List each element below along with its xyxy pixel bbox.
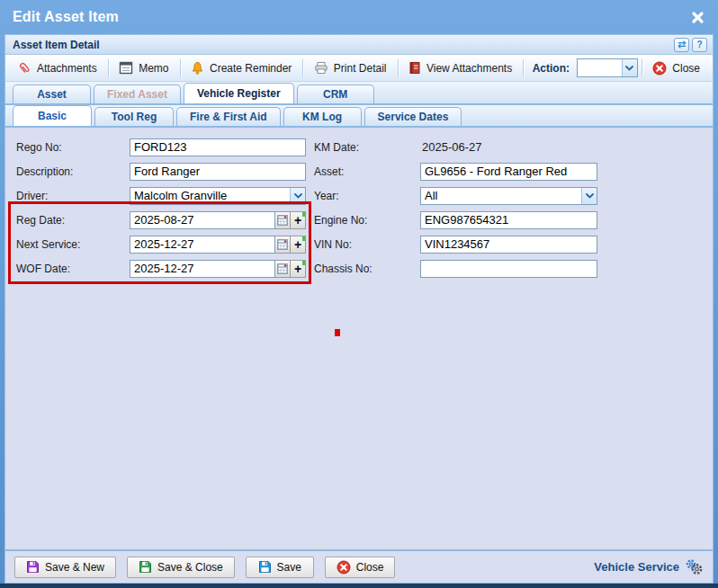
- next-service-input[interactable]: [130, 236, 275, 254]
- dialog-title: Edit Asset Item: [13, 9, 119, 25]
- rego-no-label: Rego No:: [16, 141, 130, 154]
- form-row: Rego No: KM Date: 2025-06-27: [5, 135, 713, 159]
- calendar-icon: [277, 215, 288, 226]
- close-circle-icon: [652, 61, 667, 76]
- rego-no-input[interactable]: [130, 138, 306, 156]
- chevron-down-icon: [581, 188, 597, 204]
- wof-date-calendar-button[interactable]: [275, 260, 291, 278]
- memo-button[interactable]: Memo: [112, 58, 175, 77]
- chassis-no-input[interactable]: [420, 260, 597, 278]
- dialog-close-button[interactable]: [687, 7, 707, 27]
- tab-fire-first-aid[interactable]: Fire & First Aid: [176, 107, 281, 126]
- next-service-calendar-button[interactable]: [275, 236, 291, 254]
- create-reminder-label: Create Reminder: [210, 62, 292, 75]
- title-bar: Edit Asset Item: [0, 0, 718, 34]
- chevron-down-icon: [290, 188, 305, 204]
- tab-basic[interactable]: Basic: [13, 105, 92, 126]
- driver-select-value: Malcolm Granville: [130, 188, 290, 204]
- save-and-new-button[interactable]: Save & New: [14, 557, 116, 578]
- wof-date-add-button[interactable]: +: [291, 260, 306, 278]
- asset-input[interactable]: [420, 163, 597, 181]
- calendar-icon: [277, 263, 288, 274]
- vin-no-label: VIN No:: [314, 238, 420, 251]
- save-and-close-label: Save & Close: [157, 561, 223, 574]
- year-label: Year:: [314, 190, 420, 202]
- reg-date-calendar-button[interactable]: [275, 211, 291, 229]
- dialog-body: Asset Item Detail ⇄ ? Attachments: [4, 34, 714, 584]
- form-row: Driver: Malcolm Granville Year: All: [5, 183, 713, 208]
- tab-vehicle-register[interactable]: Vehicle Register: [184, 83, 294, 103]
- memo-label: Memo: [139, 62, 168, 75]
- close-icon: [691, 11, 705, 24]
- toolbar: Attachments Memo Create Reminder: [5, 55, 713, 82]
- print-detail-button[interactable]: Print Detail: [307, 58, 394, 77]
- driver-select[interactable]: Malcolm Granville: [130, 187, 306, 205]
- save-new-floppy-icon: [26, 560, 40, 574]
- km-date-label: KM Date:: [314, 141, 420, 154]
- description-input[interactable]: [130, 163, 306, 181]
- reg-date-label: Reg Date:: [16, 214, 130, 227]
- tab-crm[interactable]: CRM: [297, 85, 374, 103]
- save-floppy-icon: [258, 560, 272, 574]
- asset-label: Asset:: [314, 165, 420, 178]
- close-circle-icon: [337, 560, 351, 575]
- view-attachments-label: View Attachments: [426, 62, 512, 75]
- description-label: Description:: [16, 165, 130, 178]
- view-attachments-button[interactable]: View Attachments: [401, 58, 519, 77]
- reg-date-add-button[interactable]: +: [291, 211, 306, 229]
- form-row: Reg Date: +: [5, 208, 713, 232]
- next-service-add-button[interactable]: +: [291, 236, 306, 254]
- attachment-document-icon: [408, 61, 421, 75]
- panel-title: Asset Item Detail: [13, 39, 100, 51]
- toolbar-close-label: Close: [672, 62, 700, 75]
- click-marker-dot: [335, 329, 340, 336]
- panel-header: Asset Item Detail ⇄ ?: [5, 35, 713, 55]
- tab-km-log[interactable]: KM Log: [283, 107, 362, 126]
- toolbar-close-button[interactable]: Close: [645, 58, 707, 78]
- help-button[interactable]: ?: [692, 38, 707, 52]
- wof-date-input[interactable]: [130, 260, 275, 278]
- print-detail-label: Print Detail: [334, 62, 387, 75]
- reg-date-input[interactable]: [130, 211, 275, 229]
- action-label: Action:: [533, 62, 570, 75]
- chevron-down-icon: [622, 59, 637, 76]
- gears-icon: [684, 558, 704, 575]
- wof-date-label: WOF Date:: [16, 263, 130, 275]
- save-label: Save: [277, 561, 301, 574]
- save-and-new-label: Save & New: [45, 561, 104, 574]
- year-select[interactable]: All: [420, 187, 597, 205]
- km-date-value: 2025-06-27: [420, 140, 482, 154]
- form-row: Description: Asset:: [5, 159, 713, 183]
- calendar-icon: [277, 239, 288, 250]
- tab-asset[interactable]: Asset: [13, 85, 91, 103]
- save-close-floppy-icon: [139, 560, 152, 574]
- edit-asset-item-dialog: Edit Asset Item Asset Item Detail ⇄ ? At…: [0, 0, 718, 588]
- save-button[interactable]: Save: [246, 557, 314, 578]
- main-tab-strip: Asset Fixed Asset Vehicle Register CRM: [5, 82, 713, 105]
- attachments-button[interactable]: Attachments: [11, 58, 104, 78]
- next-service-label: Next Service:: [16, 238, 130, 251]
- paperclip-icon: [15, 58, 35, 78]
- tab-service-dates[interactable]: Service Dates: [364, 107, 462, 126]
- printer-icon: [314, 61, 328, 75]
- footer-bar: Save & New Save & Close Save: [5, 549, 713, 583]
- engine-no-input[interactable]: [420, 211, 597, 229]
- year-select-value: All: [421, 188, 581, 204]
- tab-tool-reg[interactable]: Tool Reg: [94, 107, 174, 126]
- driver-label: Driver:: [16, 190, 130, 202]
- sub-tab-strip: Basic Tool Reg Fire & First Aid KM Log S…: [5, 105, 713, 128]
- basic-form: Rego No: KM Date: 2025-06-27 Description…: [5, 128, 713, 549]
- save-and-close-button[interactable]: Save & Close: [127, 557, 235, 578]
- action-dropdown[interactable]: [577, 58, 638, 77]
- chassis-no-label: Chassis No:: [314, 263, 420, 275]
- refresh-button[interactable]: ⇄: [674, 38, 689, 52]
- attachments-label: Attachments: [37, 62, 97, 75]
- form-row: WOF Date: +: [5, 256, 713, 281]
- brand-label: Vehicle Service: [594, 560, 679, 574]
- close-button[interactable]: Close: [325, 557, 396, 578]
- bell-icon: [191, 61, 204, 76]
- form-row: Next Service: +: [5, 232, 713, 256]
- vin-no-input[interactable]: [420, 236, 597, 254]
- close-label: Close: [356, 561, 384, 574]
- create-reminder-button[interactable]: Create Reminder: [184, 58, 299, 78]
